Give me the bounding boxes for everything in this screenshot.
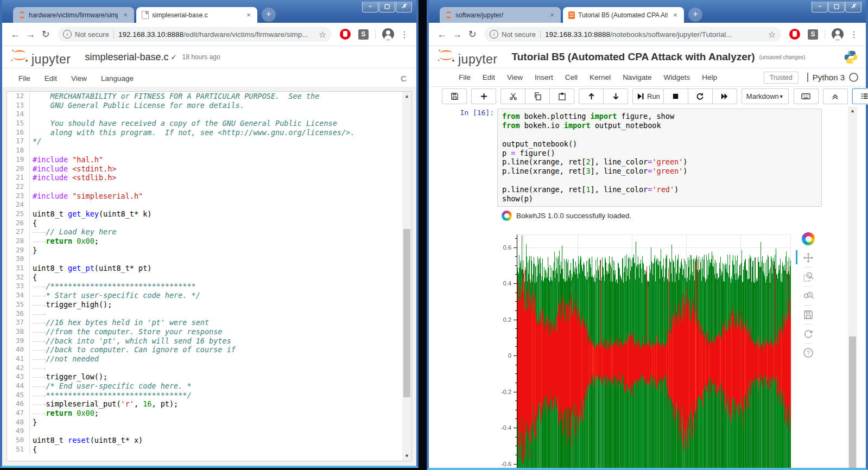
bokeh-pan-tool-icon[interactable] [800,250,816,266]
menu-item-cell[interactable]: Cell [565,73,578,81]
cell-type-dropdown[interactable]: Markdown▼ [742,88,789,104]
tab-close-icon[interactable]: × [244,11,253,19]
bokeh-plot-canvas[interactable] [480,229,806,468]
s-extension-icon[interactable]: S [358,29,369,40]
window-titlebar[interactable]: – ▢ ✗ software/jupyter/ × Tutorial B5 (A… [429,0,866,23]
close-button[interactable]: ✗ [396,2,412,12]
new-tab-button[interactable]: + [688,8,702,22]
line-number: 14 [7,110,30,119]
forward-icon[interactable]: → [449,29,465,40]
menu-item-navigate[interactable]: Navigate [623,73,651,81]
profile-avatar[interactable] [832,28,844,40]
restart-kernel-button[interactable] [688,88,713,104]
tab-directory[interactable]: hardware/victims/firmware/simpl × [13,7,134,23]
address-bar[interactable]: i Not secure 192.168.33.10:8888/edit/har… [58,27,332,42]
menu-item-help[interactable]: Help [702,73,717,81]
menu-item-widgets[interactable]: Widgets [663,73,690,81]
adblocker-extension-icon[interactable] [340,29,351,40]
adblocker-extension-icon[interactable] [789,29,800,40]
new-tab-button[interactable]: + [262,8,276,22]
code-line [502,176,817,185]
tab-directory[interactable]: software/jupyter/ × [440,7,561,23]
scrollbar-thumb[interactable] [403,229,410,397]
menu-item-file[interactable]: File [18,74,30,82]
close-button[interactable]: ✗ [845,2,861,12]
address-bar[interactable]: i Not secure 192.168.33.10:8888/notebook… [484,27,781,42]
line-number: 19 [7,155,30,164]
run-button[interactable]: Run [632,88,664,104]
bokeh-wheel-zoom-tool-icon[interactable] [800,288,816,304]
bokeh-logo-icon[interactable] [802,232,815,245]
code-cell-input[interactable]: from bokeh.plotting import figure, showf… [497,109,822,207]
collapse-headings-button[interactable] [823,88,848,104]
bokeh-help-tool-icon[interactable]: ? [800,345,816,361]
minimize-button[interactable]: – [362,2,378,12]
back-icon[interactable]: ← [434,29,449,40]
url-text[interactable]: 192.168.33.10:8888/notebooks/software/ju… [545,30,765,39]
reload-icon[interactable]: ↻ [38,28,53,40]
editor-scrollbar[interactable]: ▲ ▼ [402,92,411,461]
window-titlebar[interactable]: – ▢ ✗ hardware/victims/firmware/simpl × … [2,0,416,23]
menu-item-language[interactable]: Language [101,74,134,82]
browser-menu-icon[interactable]: ⋮ [850,29,858,40]
scroll-down-icon[interactable]: ▼ [402,452,411,461]
profile-avatar[interactable] [382,28,394,40]
tab-title: Tutorial B5 (Automated CPA Atta [578,11,668,19]
menu-item-edit[interactable]: Edit [45,74,57,82]
trusted-button[interactable]: Trusted [764,72,799,84]
scroll-up-icon[interactable]: ▲ [402,92,411,101]
minimize-button[interactable]: – [812,2,828,12]
tab-tutorial[interactable]: Tutorial B5 (Automated CPA Atta × [563,7,684,23]
browser-navbar: ← → ↻ i Not secure 192.168.33.10:8888/ed… [2,23,416,46]
bokeh-box-zoom-tool-icon[interactable] [800,269,816,285]
info-icon[interactable]: i [490,30,498,39]
tab-close-icon[interactable]: × [121,11,130,19]
menu-item-kernel[interactable]: Kernel [590,73,611,81]
cut-cell-button[interactable] [500,88,525,104]
stop-button[interactable] [663,88,688,104]
forward-icon[interactable]: → [23,29,38,40]
command-palette-button[interactable] [794,88,819,104]
move-down-button[interactable] [603,88,628,104]
jupyter-logo[interactable]: jupyter [10,47,71,67]
reload-icon[interactable]: ↻ [465,28,480,40]
menu-item-edit[interactable]: Edit [483,73,495,81]
tab-close-icon[interactable]: × [671,11,680,19]
jupyter-logo[interactable]: jupyter [436,47,498,67]
bookmark-star-icon[interactable]: ☆ [319,29,326,40]
bokeh-save-tool-icon[interactable] [800,307,816,323]
code-line: 29} [7,246,411,255]
bookmark-star-icon[interactable]: ☆ [768,29,776,40]
menu-item-view[interactable]: View [507,73,523,81]
menu-item-view[interactable]: View [71,74,87,82]
back-icon[interactable]: ← [8,29,23,40]
code-line: 20#include <stdint.h> [7,164,411,174]
save-button[interactable] [442,88,467,104]
menu-item-insert[interactable]: Insert [535,73,553,81]
info-icon[interactable]: i [63,30,72,39]
tab-simpleserial[interactable]: simpleserial-base.c × [136,7,257,23]
notebook-title[interactable]: Tutorial B5 (Automated CPA Attack with A… [512,51,755,63]
run-label: Run [647,92,660,100]
paste-cell-button[interactable] [549,88,574,104]
restart-run-all-button[interactable] [712,88,737,104]
menu-item-file[interactable]: File [459,73,471,81]
bokeh-reset-tool-icon[interactable] [800,326,816,342]
scrollbar-thumb[interactable] [849,336,856,468]
copy-cell-button[interactable] [525,88,550,104]
move-up-button[interactable] [579,88,604,104]
line-number: 25 [7,209,30,219]
toc-button[interactable] [852,88,868,104]
maximize-button[interactable]: ▢ [828,2,845,12]
line-number: 49 [7,427,30,436]
browser-menu-icon[interactable]: ⋮ [400,29,409,40]
url-text[interactable]: 192.168.33.10:8888/edit/hardware/victims… [118,30,315,39]
scroll-up-icon[interactable]: ▲ [848,106,857,116]
code-editor[interactable]: 12 MERCHANTABILITY or FITNESS FOR A PART… [7,91,412,461]
file-title[interactable]: simpleserial-base.c [85,52,169,63]
notebook-scrollbar[interactable]: ▲ [848,106,857,468]
tab-close-icon[interactable]: × [548,11,556,19]
maximize-button[interactable]: ▢ [379,2,395,12]
add-cell-button[interactable] [471,88,496,104]
s-extension-icon[interactable]: S [808,29,818,40]
